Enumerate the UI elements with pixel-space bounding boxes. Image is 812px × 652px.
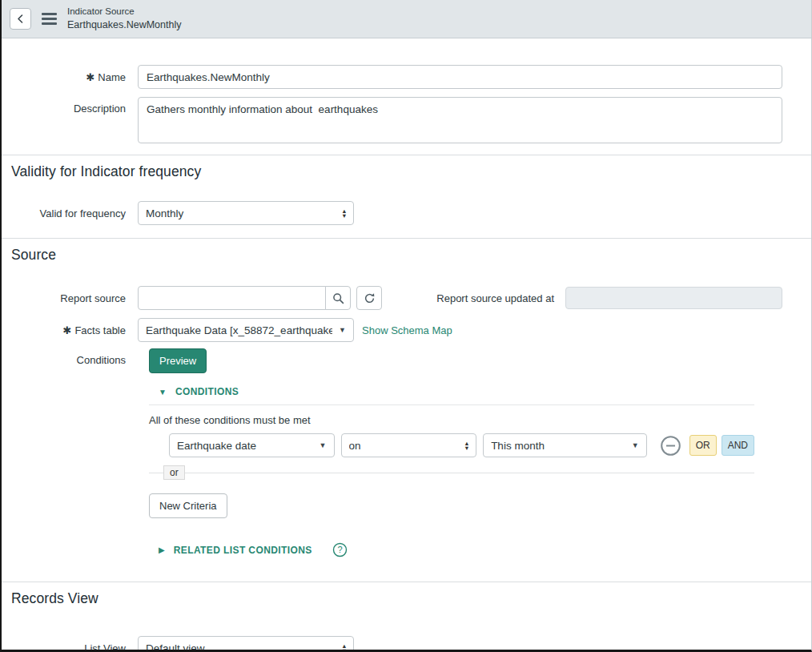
source-section-title: Source [2, 239, 811, 264]
new-criteria-button[interactable]: New Criteria [149, 493, 227, 518]
conditions-row: Conditions Preview [2, 348, 782, 373]
validity-section-title: Validity for Indicator frequency [2, 155, 811, 180]
chevron-down-icon: ▼ [632, 441, 639, 449]
conditions-label: Conditions [2, 348, 138, 366]
form-header: Indicator Source Earthquakes.NewMonthly [2, 0, 811, 38]
chevron-down-icon: ▼ [320, 441, 327, 449]
svg-text:?: ? [337, 545, 342, 554]
updated-at-input [565, 287, 782, 309]
search-icon [332, 292, 344, 304]
list-view-label: List View [2, 642, 138, 652]
chevron-down-icon: ▼ [339, 326, 346, 334]
select-stepper-icon: ▴▾ [343, 208, 346, 219]
updated-at-group: Report source updated at [436, 287, 782, 309]
back-button[interactable] [10, 8, 31, 30]
conditions-toggle[interactable]: ▼ CONDITIONS [149, 386, 754, 405]
collapse-triangle-icon: ▼ [159, 388, 167, 396]
lookup-button[interactable] [325, 286, 351, 310]
validity-section: Valid for frequency Monthly ▴▾ [2, 201, 811, 225]
record-type-label: Indicator Source [67, 6, 181, 18]
frequency-select[interactable]: Monthly ▴▾ [138, 201, 354, 225]
conditions-description: All of these conditions must be met [149, 414, 754, 426]
or-divider: or [149, 473, 754, 482]
preview-button[interactable]: Preview [149, 348, 207, 373]
refresh-icon [364, 292, 376, 304]
chevron-left-icon [15, 14, 26, 24]
name-label: ✱Name [2, 71, 138, 83]
and-button[interactable]: AND [722, 435, 754, 456]
facts-table-row: ✱Facts table Earthquake Data [x_58872_ea… [2, 318, 782, 342]
frequency-field-row: Valid for frequency Monthly ▴▾ [2, 201, 782, 225]
report-source-label: Report source [2, 292, 138, 304]
report-source-lookup [138, 286, 382, 310]
header-titles: Indicator Source Earthquakes.NewMonthly [67, 6, 181, 31]
select-stepper-icon: ▴▾ [465, 441, 468, 451]
or-button[interactable]: OR [689, 435, 717, 456]
context-menu-icon[interactable] [42, 13, 57, 25]
related-list-conditions-toggle[interactable]: ▶ RELATED LIST CONDITIONS ? [149, 542, 754, 557]
report-source-input[interactable] [138, 286, 326, 310]
frequency-label: Valid for frequency [2, 207, 138, 219]
list-view-row: List View Default view ▴▾ [2, 636, 782, 652]
required-icon: ✱ [63, 324, 72, 336]
top-fields-section: ✱Name Description Gathers monthly inform… [2, 38, 811, 143]
list-view-select[interactable]: Default view ▴▾ [138, 636, 354, 652]
records-view-section-title: Records View [2, 582, 811, 607]
description-textarea[interactable]: Gathers monthly information about earthq… [138, 97, 782, 143]
name-input[interactable] [138, 65, 782, 89]
description-label: Description [2, 97, 138, 115]
updated-at-label: Report source updated at [436, 292, 565, 304]
show-schema-map-link[interactable]: Show Schema Map [362, 324, 452, 336]
remove-condition-button[interactable] [660, 435, 681, 457]
condition-row: Earthquake date ▼ on ▴▾ This month ▼ [149, 433, 754, 457]
name-field-row: ✱Name [2, 65, 782, 89]
or-divider-label: or [163, 465, 185, 480]
record-name-label: Earthquakes.NewMonthly [67, 18, 181, 32]
facts-table-label: ✱Facts table [2, 324, 138, 336]
condition-field-select[interactable]: Earthquake date ▼ [169, 433, 335, 457]
facts-table-select[interactable]: Earthquake Data [x_58872_earthquake_… ▼ [138, 318, 354, 342]
indicator-source-form-page: Indicator Source Earthquakes.NewMonthly … [0, 0, 812, 652]
minus-circle-icon [660, 435, 681, 457]
refresh-button[interactable] [356, 286, 382, 310]
condition-builder: ▼ CONDITIONS All of these conditions mus… [149, 386, 754, 557]
select-stepper-icon: ▴▾ [343, 643, 346, 652]
description-field-row: Description Gathers monthly information … [2, 97, 782, 143]
condition-value-select[interactable]: This month ▼ [483, 433, 647, 457]
required-icon: ✱ [86, 71, 94, 83]
records-view-section: List View Default view ▴▾ [2, 636, 811, 652]
report-source-row: Report source Report source updated at [2, 286, 782, 310]
source-section: Report source Report source updated at [2, 284, 811, 557]
expand-triangle-icon: ▶ [159, 545, 165, 554]
condition-operator-select[interactable]: on ▴▾ [341, 433, 477, 457]
help-icon[interactable]: ? [332, 542, 348, 557]
